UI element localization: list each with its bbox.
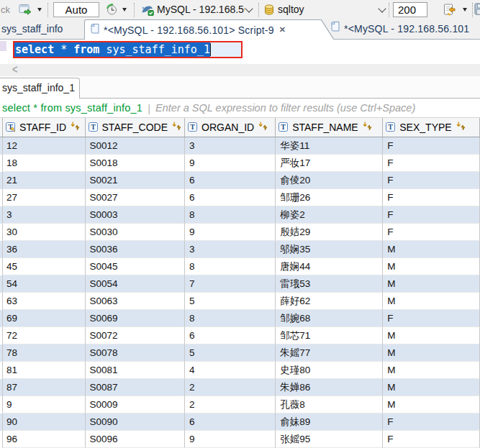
column-header[interactable]: T ORGAN_ID [185,118,276,137]
table-cell[interactable]: 史瑾80 [276,362,383,379]
connection-combo-chevron[interactable] [245,4,253,12]
table-row[interactable]: 72S00726邹芯71M [0,327,480,344]
table-cell[interactable]: M [383,379,480,396]
sort-keys-icon[interactable] [362,121,373,134]
table-cell[interactable]: 87 [2,379,86,396]
results-tab[interactable]: sys_staff_info_1 [0,78,80,99]
table-cell[interactable]: 4 [185,362,276,379]
table-cell[interactable]: 12 [2,137,86,155]
table-cell[interactable]: S0003 [86,206,186,224]
table-row[interactable]: 87S00872朱婵86M [0,379,480,396]
table-cell[interactable]: S0036 [86,241,186,258]
tab-sys-staff-info[interactable]: sys_staff_info [1,19,63,39]
table-row[interactable]: 96S00969张媱95F [0,431,480,448]
table-cell[interactable]: 邹芯71 [276,327,383,344]
save-icon[interactable] [474,3,480,18]
table-cell[interactable]: 朱媱77 [276,344,383,362]
column-header[interactable]: T STAFF_ID [2,118,86,137]
table-cell[interactable]: M [383,293,480,310]
table-cell[interactable]: 6 [185,189,276,206]
table-cell[interactable]: S0063 [86,293,186,310]
table-cell[interactable]: M [383,327,480,344]
table-cell[interactable]: 8 [185,310,276,327]
database-combo[interactable]: sqltoy [278,4,375,15]
database-combo-chevron[interactable] [378,4,386,12]
table-cell[interactable]: 2 [185,396,276,413]
table-row[interactable]: 27S00276邹珊26F [0,189,480,206]
table-cell[interactable]: 21 [2,172,86,189]
table-cell[interactable]: 柳姿2 [276,206,383,224]
export-dropdown-caret[interactable] [463,8,467,12]
table-cell[interactable]: 36 [2,241,86,258]
table-cell[interactable]: F [383,172,480,189]
table-cell[interactable]: 9 [185,431,276,448]
table-cell[interactable]: 45 [2,258,86,275]
table-cell[interactable]: 朱婵86 [276,379,383,396]
table-cell[interactable]: 6 [185,327,276,344]
table-cell[interactable]: S0018 [86,155,186,172]
results-filter-bar[interactable]: select * from sys_staff_info_1 | Enter a… [0,99,480,118]
table-cell[interactable]: 俞倰20 [276,172,383,189]
table-cell[interactable]: 72 [2,327,86,344]
table-cell[interactable]: 唐娴44 [276,258,383,275]
table-cell[interactable]: 雷珴53 [276,275,383,293]
table-cell[interactable]: 邹珊26 [276,189,383,206]
table-row[interactable]: 21S00216俞倰20F [0,172,480,189]
table-cell[interactable]: 3 [185,241,276,258]
table-row[interactable]: 63S00635薛好62M [0,293,480,310]
column-header[interactable]: T STAFF_NAME [276,118,383,137]
table-cell[interactable]: F [383,137,480,155]
table-cell[interactable]: 78 [2,344,86,362]
table-row[interactable]: 78S00785朱媱77M [0,344,480,362]
sort-keys-icon[interactable] [70,121,81,134]
table-cell[interactable]: 81 [2,362,86,379]
table-cell[interactable]: 邬娴35 [276,241,383,258]
table-cell[interactable]: 薛好62 [276,293,383,310]
sql-editor[interactable]: select * from sys_staff_info_1 [0,40,480,64]
table-cell[interactable]: 邹婉68 [276,310,383,327]
table-cell[interactable]: S0081 [86,362,186,379]
table-cell[interactable]: F [383,155,480,172]
transaction-history-icon[interactable] [105,3,119,19]
sort-keys-icon[interactable] [171,121,182,134]
table-cell[interactable]: S0087 [86,379,186,396]
column-header[interactable]: T STAFF_CODE [86,118,186,137]
table-cell[interactable]: M [383,362,480,379]
table-cell[interactable]: S0009 [86,396,186,413]
table-row[interactable]: 69S00698邹婉68F [0,310,480,327]
table-cell[interactable]: F [383,310,480,327]
table-cell[interactable]: M [383,241,480,258]
table-cell[interactable]: S0078 [86,344,186,362]
table-cell[interactable]: 96 [2,431,86,448]
table-row[interactable]: 9S00092孔薇8M [0,396,480,413]
tab-script-other[interactable]: *<MySQL - 192.168.56.101 [330,19,469,39]
table-cell[interactable]: 3 [185,137,276,155]
table-cell[interactable]: S0054 [86,275,186,293]
table-cell[interactable]: 2 [185,379,276,396]
tab-script-9-active[interactable]: *<MySQL - 192.168.56.101> Script-9 ✕ [84,19,322,40]
table-cell[interactable]: 30 [2,224,86,241]
table-cell[interactable]: 5 [185,293,276,310]
table-cell[interactable]: S0069 [86,310,186,327]
scroll-tabs-left-icon[interactable]: < [12,63,18,76]
table-row[interactable]: 45S00458唐娴44M [0,258,480,275]
table-cell[interactable]: S0027 [86,189,186,206]
table-cell[interactable]: 18 [2,155,86,172]
table-row[interactable]: 3S00038柳姿2F [0,206,480,224]
table-cell[interactable]: 张媱95 [276,431,383,448]
table-cell[interactable]: 6 [185,413,276,431]
sort-keys-icon[interactable] [258,121,268,134]
history-dropdown-caret[interactable] [122,8,127,12]
connection-combo[interactable]: MySQL - 192.168.56 [157,4,245,15]
table-cell[interactable]: 9 [185,224,276,241]
table-cell[interactable]: F [383,431,480,448]
table-cell[interactable]: S0021 [86,172,186,189]
table-row[interactable]: 30S00309殷姞29F [0,224,480,241]
table-row[interactable]: 12S00123华姿11F [0,137,480,155]
table-cell[interactable]: 孔薇8 [276,396,383,413]
sort-keys-icon[interactable] [456,121,466,134]
table-cell[interactable]: 殷姞29 [276,224,383,241]
table-cell[interactable]: 5 [185,344,276,362]
table-cell[interactable]: 54 [2,275,86,293]
table-cell[interactable]: M [383,275,480,293]
